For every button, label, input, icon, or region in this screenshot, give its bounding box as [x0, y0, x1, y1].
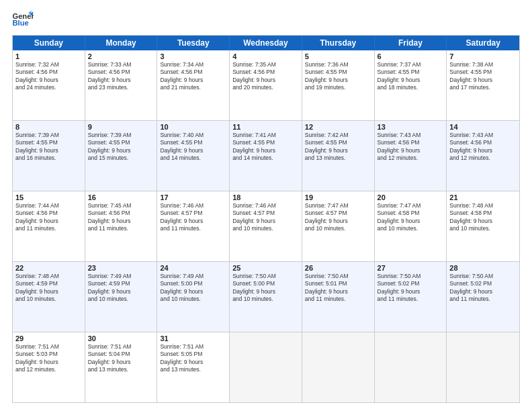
cell-info: Sunrise: 7:42 AMSunset: 4:55 PMDaylight:…	[305, 132, 371, 163]
cell-info: Sunrise: 7:48 AMSunset: 4:59 PMDaylight:…	[15, 273, 82, 304]
cell-info: Sunrise: 7:39 AMSunset: 4:55 PMDaylight:…	[88, 132, 154, 163]
day-number: 13	[378, 123, 444, 131]
cell-info: Sunrise: 7:50 AMSunset: 5:02 PMDaylight:…	[378, 273, 444, 304]
cell-info: Sunrise: 7:47 AMSunset: 4:58 PMDaylight:…	[378, 202, 444, 233]
day-number: 15	[15, 193, 82, 201]
calendar-cell: 16Sunrise: 7:45 AMSunset: 4:56 PMDayligh…	[85, 191, 158, 261]
calendar-cell: 11Sunrise: 7:41 AMSunset: 4:55 PMDayligh…	[230, 121, 302, 191]
cell-info: Sunrise: 7:50 AMSunset: 5:00 PMDaylight:…	[232, 273, 299, 304]
day-number: 21	[449, 193, 517, 201]
day-number: 12	[305, 123, 371, 131]
day-number: 5	[305, 52, 371, 60]
calendar-cell	[375, 332, 447, 402]
day-number: 3	[160, 52, 226, 60]
calendar-cell: 15Sunrise: 7:44 AMSunset: 4:56 PMDayligh…	[13, 191, 85, 261]
svg-text:Blue: Blue	[12, 19, 28, 27]
calendar-cell: 19Sunrise: 7:47 AMSunset: 4:57 PMDayligh…	[302, 191, 375, 261]
calendar-cell: 6Sunrise: 7:37 AMSunset: 4:55 PMDaylight…	[375, 50, 447, 120]
day-number: 20	[378, 193, 444, 201]
cell-info: Sunrise: 7:51 AMSunset: 5:05 PMDaylight:…	[160, 343, 226, 374]
cell-info: Sunrise: 7:47 AMSunset: 4:57 PMDaylight:…	[305, 202, 371, 233]
calendar-row-4: 29Sunrise: 7:51 AMSunset: 5:03 PMDayligh…	[13, 332, 519, 402]
day-number: 17	[160, 193, 226, 201]
calendar-cell: 18Sunrise: 7:46 AMSunset: 4:57 PMDayligh…	[230, 191, 302, 261]
day-number: 2	[88, 52, 154, 60]
calendar-cell: 24Sunrise: 7:49 AMSunset: 5:00 PMDayligh…	[157, 262, 230, 332]
cell-info: Sunrise: 7:39 AMSunset: 4:55 PMDaylight:…	[15, 132, 82, 163]
calendar-cell: 20Sunrise: 7:47 AMSunset: 4:58 PMDayligh…	[375, 191, 447, 261]
day-number: 30	[88, 334, 154, 342]
calendar-cell: 21Sunrise: 7:48 AMSunset: 4:58 PMDayligh…	[447, 191, 519, 261]
cell-info: Sunrise: 7:34 AMSunset: 4:56 PMDaylight:…	[160, 61, 226, 92]
logo-icon: General Blue	[12, 11, 34, 30]
calendar-row-2: 15Sunrise: 7:44 AMSunset: 4:56 PMDayligh…	[13, 191, 519, 262]
day-number: 11	[232, 123, 299, 131]
day-number: 23	[88, 264, 154, 272]
day-number: 22	[15, 264, 82, 272]
cell-info: Sunrise: 7:36 AMSunset: 4:55 PMDaylight:…	[305, 61, 371, 92]
cell-info: Sunrise: 7:50 AMSunset: 5:02 PMDaylight:…	[449, 273, 517, 304]
cell-info: Sunrise: 7:46 AMSunset: 4:57 PMDaylight:…	[160, 202, 226, 233]
cell-info: Sunrise: 7:44 AMSunset: 4:56 PMDaylight:…	[15, 202, 82, 233]
calendar-row-1: 8Sunrise: 7:39 AMSunset: 4:55 PMDaylight…	[13, 121, 519, 191]
calendar-cell: 29Sunrise: 7:51 AMSunset: 5:03 PMDayligh…	[13, 332, 85, 402]
calendar-cell: 27Sunrise: 7:50 AMSunset: 5:02 PMDayligh…	[375, 262, 447, 332]
day-number: 4	[232, 52, 299, 60]
cell-info: Sunrise: 7:41 AMSunset: 4:55 PMDaylight:…	[232, 132, 299, 163]
calendar-cell: 13Sunrise: 7:43 AMSunset: 4:56 PMDayligh…	[375, 121, 447, 191]
cell-info: Sunrise: 7:33 AMSunset: 4:56 PMDaylight:…	[88, 61, 154, 92]
cell-info: Sunrise: 7:48 AMSunset: 4:58 PMDaylight:…	[449, 202, 517, 233]
calendar-cell: 4Sunrise: 7:35 AMSunset: 4:56 PMDaylight…	[230, 50, 302, 120]
calendar-cell: 28Sunrise: 7:50 AMSunset: 5:02 PMDayligh…	[447, 262, 519, 332]
calendar-cell: 8Sunrise: 7:39 AMSunset: 4:55 PMDaylight…	[13, 121, 85, 191]
header: General Blue	[12, 11, 520, 30]
day-number: 18	[232, 193, 299, 201]
cell-info: Sunrise: 7:45 AMSunset: 4:56 PMDaylight:…	[88, 202, 154, 233]
day-number: 14	[449, 123, 517, 131]
calendar-cell: 30Sunrise: 7:51 AMSunset: 5:04 PMDayligh…	[85, 332, 158, 402]
calendar-cell	[302, 332, 375, 402]
cell-info: Sunrise: 7:35 AMSunset: 4:56 PMDaylight:…	[232, 61, 299, 92]
calendar-cell: 1Sunrise: 7:32 AMSunset: 4:56 PMDaylight…	[13, 50, 85, 120]
header-day-monday: Monday	[85, 36, 158, 50]
cell-info: Sunrise: 7:51 AMSunset: 5:04 PMDaylight:…	[88, 343, 154, 374]
cell-info: Sunrise: 7:32 AMSunset: 4:56 PMDaylight:…	[15, 61, 82, 92]
calendar-cell: 2Sunrise: 7:33 AMSunset: 4:56 PMDaylight…	[85, 50, 158, 120]
day-number: 6	[378, 52, 444, 60]
day-number: 28	[449, 264, 517, 272]
header-day-wednesday: Wednesday	[230, 36, 302, 50]
day-number: 24	[160, 264, 226, 272]
day-number: 7	[449, 52, 517, 60]
calendar-cell: 14Sunrise: 7:43 AMSunset: 4:56 PMDayligh…	[447, 121, 519, 191]
day-number: 9	[88, 123, 154, 131]
cell-info: Sunrise: 7:38 AMSunset: 4:55 PMDaylight:…	[449, 61, 517, 92]
calendar-cell: 31Sunrise: 7:51 AMSunset: 5:05 PMDayligh…	[157, 332, 230, 402]
day-number: 26	[305, 264, 371, 272]
day-number: 31	[160, 334, 226, 342]
header-day-sunday: Sunday	[13, 36, 85, 50]
calendar-body: 1Sunrise: 7:32 AMSunset: 4:56 PMDaylight…	[13, 50, 519, 402]
calendar-row-0: 1Sunrise: 7:32 AMSunset: 4:56 PMDaylight…	[13, 50, 519, 121]
cell-info: Sunrise: 7:51 AMSunset: 5:03 PMDaylight:…	[15, 343, 82, 374]
calendar: SundayMondayTuesdayWednesdayThursdayFrid…	[12, 35, 520, 403]
cell-info: Sunrise: 7:43 AMSunset: 4:56 PMDaylight:…	[378, 132, 444, 163]
cell-info: Sunrise: 7:37 AMSunset: 4:55 PMDaylight:…	[378, 61, 444, 92]
calendar-cell	[447, 332, 519, 402]
day-number: 10	[160, 123, 226, 131]
calendar-cell: 3Sunrise: 7:34 AMSunset: 4:56 PMDaylight…	[157, 50, 230, 120]
calendar-header: SundayMondayTuesdayWednesdayThursdayFrid…	[13, 36, 519, 50]
day-number: 16	[88, 193, 154, 201]
cell-info: Sunrise: 7:40 AMSunset: 4:55 PMDaylight:…	[160, 132, 226, 163]
calendar-cell: 23Sunrise: 7:49 AMSunset: 4:59 PMDayligh…	[85, 262, 158, 332]
header-day-friday: Friday	[375, 36, 447, 50]
page: General Blue SundayMondayTuesdayWednesda…	[0, 0, 532, 411]
day-number: 1	[15, 52, 82, 60]
cell-info: Sunrise: 7:46 AMSunset: 4:57 PMDaylight:…	[232, 202, 299, 233]
calendar-cell	[230, 332, 302, 402]
calendar-cell: 10Sunrise: 7:40 AMSunset: 4:55 PMDayligh…	[157, 121, 230, 191]
day-number: 29	[15, 334, 82, 342]
header-day-tuesday: Tuesday	[157, 36, 230, 50]
logo: General Blue	[12, 11, 34, 30]
header-day-saturday: Saturday	[447, 36, 519, 50]
cell-info: Sunrise: 7:49 AMSunset: 4:59 PMDaylight:…	[88, 273, 154, 304]
